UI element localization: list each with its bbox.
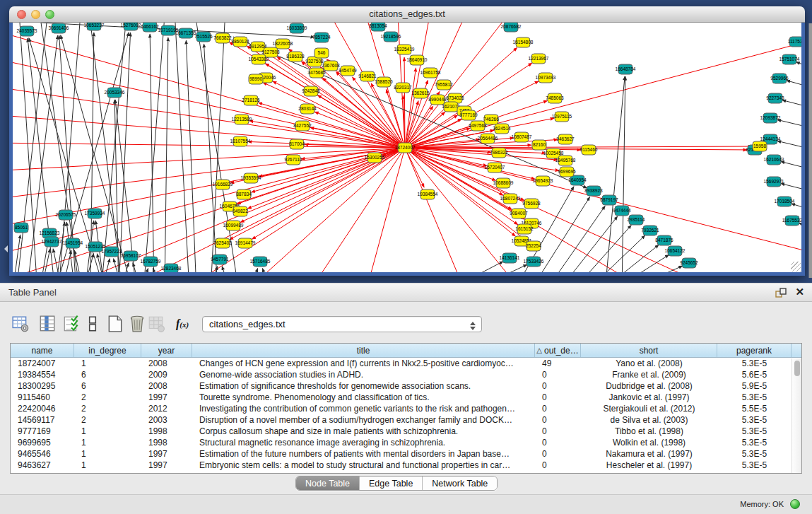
network-node-label: 82160 <box>533 142 546 147</box>
network-edge <box>587 235 645 272</box>
tab-edge-table[interactable]: Edge Table <box>360 477 423 490</box>
zoom-window-button[interactable] <box>45 10 54 19</box>
scrollbar-thumb[interactable] <box>794 361 800 376</box>
column-settings-icon[interactable] <box>11 315 30 333</box>
network-edge <box>252 148 405 239</box>
network-node-label: 12823468 <box>161 266 182 271</box>
column-header-name[interactable]: name <box>11 344 74 357</box>
window-titlebar[interactable]: citations_edges.txt <box>9 6 805 23</box>
table-row[interactable]: 1456911722003Disruption of a novel membe… <box>11 414 801 426</box>
memory-status-indicator <box>790 499 800 509</box>
network-node-label: 9327508 <box>305 59 324 64</box>
network-node-label: 9146821 <box>358 74 377 78</box>
column-header-out_de[interactable]: △out_de… <box>535 344 581 357</box>
unselect-rows-icon[interactable] <box>83 315 102 333</box>
network-node-label: 15692971 <box>764 179 784 184</box>
select-columns-icon[interactable] <box>38 315 57 333</box>
table-panel: Table Panel ✕ <box>0 283 812 514</box>
network-node-label: 546 <box>318 50 326 55</box>
function-builder-icon[interactable]: f(x) <box>176 317 189 330</box>
window-resize-grip[interactable] <box>791 262 801 271</box>
column-header-pagerank[interactable]: pagerank <box>717 344 792 357</box>
network-graph[interactable]: 2403557330691406106532371527609264661621… <box>13 23 801 272</box>
network-edge <box>366 148 405 272</box>
column-header-year[interactable]: year <box>141 344 192 357</box>
network-node-label: 6734028 <box>446 95 464 100</box>
network-edge <box>211 23 225 272</box>
minimize-window-button[interactable] <box>31 10 40 19</box>
tab-node-table[interactable]: Node Table <box>296 477 360 490</box>
cell-pagerank: 5.3E-5 <box>717 448 792 460</box>
network-node-label: 19384554 <box>418 192 438 197</box>
table-panel-header: Table Panel ✕ <box>0 283 812 302</box>
network-node-label: 2367608 <box>322 63 340 68</box>
table-row[interactable]: 1938455462009Genome-wide association stu… <box>11 369 801 380</box>
cell-pagerank: 5.9E-5 <box>717 380 792 392</box>
column-header-label: name <box>31 346 52 356</box>
network-node-label: 2803144 <box>298 106 317 111</box>
cell-name: 22420046 <box>11 403 74 414</box>
network-node-label: 16154808 <box>513 40 534 45</box>
table-row[interactable]: 1830029562008Estimation of significance … <box>11 380 801 392</box>
tab-network-table[interactable]: Network Table <box>423 477 497 490</box>
network-node-label: 7485063 <box>546 95 564 100</box>
table-row[interactable]: 2242004622012Investigating the contribut… <box>11 403 801 414</box>
cell-name: 9115460 <box>11 392 74 403</box>
network-node-label: 3624514 <box>493 126 511 131</box>
network-node-label: 9777169 <box>459 112 478 117</box>
network-edge <box>196 23 239 272</box>
network-edge <box>625 266 683 272</box>
column-header-title[interactable]: title <box>192 344 535 357</box>
network-node-label: 12975115 <box>552 114 572 119</box>
network-edge <box>165 37 168 272</box>
close-window-button[interactable] <box>17 10 26 19</box>
new-table-icon[interactable] <box>106 315 124 333</box>
network-node-label: 16099489 <box>223 223 244 228</box>
network-node-label: 15751074 <box>779 57 800 62</box>
memory-status-label: Memory: OK <box>740 500 784 508</box>
cell-title: Embryonic stem cells: a model to study s… <box>192 460 535 471</box>
network-node-label: 887834 <box>236 192 252 197</box>
network-node-label: 15276092 <box>121 23 141 28</box>
network-node-label: 2718126 <box>242 98 260 103</box>
network-canvas[interactable]: 2403557330691406106532371527609264661621… <box>9 23 805 276</box>
vertical-scrollbar[interactable] <box>792 358 801 473</box>
network-node-label: 8427552 <box>293 123 312 128</box>
table-row[interactable]: 1872400712008Changes of HCN gene express… <box>11 358 801 369</box>
network-edge <box>611 255 669 272</box>
network-node-label: 20053346 <box>105 90 125 95</box>
cell-name: 9463627 <box>11 460 74 471</box>
network-node-label: 9242848 <box>302 88 320 93</box>
network-node-label: 8471876 <box>655 238 673 243</box>
cell-short: Jankovic et al. (1997) <box>581 392 717 403</box>
table-row[interactable]: 946554611997Estimation of the future num… <box>11 448 801 460</box>
table-row[interactable]: 911546021997Tourette syndrome. Phenomeno… <box>11 392 801 403</box>
network-node-label: 7515526 <box>194 34 213 39</box>
table-row[interactable]: 946362711997Embryonic stem cells: a mode… <box>11 460 801 471</box>
table-row[interactable]: 977716911998Corpus callosum shape and si… <box>11 426 801 437</box>
cell-out_de: 0 <box>535 460 581 471</box>
network-node-label: 817004 <box>289 141 305 146</box>
select-all-icon[interactable] <box>62 315 81 333</box>
float-panel-icon[interactable] <box>775 288 787 298</box>
network-node-label: 12942737 <box>42 239 62 244</box>
network-node-label: 19654923 <box>533 178 553 183</box>
network-edge <box>782 100 801 113</box>
network-node-label: 12213589 <box>232 117 252 122</box>
cell-short: Hescheler et al. (1997) <box>581 460 717 471</box>
cell-year: 2009 <box>141 369 192 380</box>
cell-in_degree: 6 <box>74 380 141 392</box>
network-edge <box>150 34 154 272</box>
column-header-short[interactable]: short <box>581 344 717 357</box>
table-row[interactable]: 969969511998Structural magnetic resonanc… <box>11 437 801 448</box>
table-chooser-combobox[interactable]: citations_edges.txt <box>202 316 482 332</box>
splitter-collapse-arrow[interactable] <box>1 245 8 252</box>
network-node-label: 15300255 <box>365 155 385 160</box>
column-header-in_degree[interactable]: in_degree <box>74 344 141 357</box>
close-panel-icon[interactable]: ✕ <box>795 286 804 298</box>
network-edge <box>246 148 405 272</box>
trash-icon[interactable] <box>128 315 146 333</box>
network-node-label: 20206575 <box>56 212 76 217</box>
network-node-label: 17018504 <box>775 199 795 204</box>
column-header-label: short <box>640 346 659 356</box>
